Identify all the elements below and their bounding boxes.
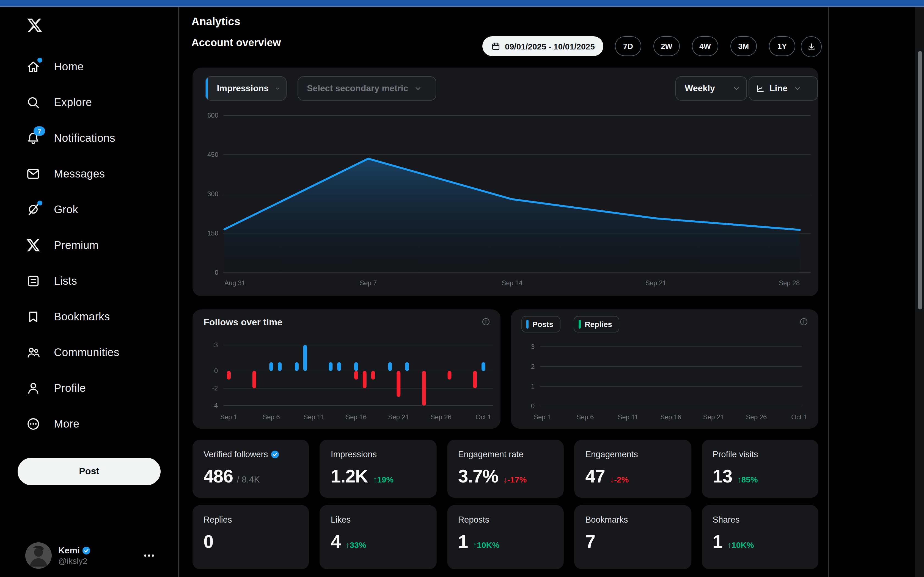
svg-text:Sep 6: Sep 6 (577, 413, 594, 421)
grok-icon (26, 202, 41, 217)
range-button-2w[interactable]: 2W (653, 36, 680, 56)
metric-card-replies: Replies0 (192, 505, 309, 569)
scrollbar-thumb[interactable] (918, 51, 922, 309)
impressions-chart-card: Impressions Select secondary metric Week… (192, 68, 818, 296)
metric-delta: ↓-2% (610, 475, 628, 484)
sidebar-item-profile[interactable]: Profile (0, 371, 178, 406)
svg-text:Sep 21: Sep 21 (645, 279, 666, 287)
svg-text:300: 300 (207, 190, 218, 198)
bookmark-icon (26, 309, 41, 324)
range-button-7d[interactable]: 7D (615, 36, 641, 56)
sidebar-item-label: Bookmarks (54, 311, 110, 323)
x-logo-icon (26, 238, 41, 253)
metric-value: 4 (331, 531, 341, 552)
user-handle: @iksly2 (58, 556, 144, 566)
svg-text:Sep 11: Sep 11 (618, 413, 638, 421)
notification-count-badge: 7 (34, 126, 45, 136)
metric-value: 7 (585, 531, 595, 552)
metric-cards-row-2: Replies0Likes4↑33%Reposts1↑10K%Bookmarks… (192, 505, 818, 569)
posts-replies-chart-card: Posts Replies 3210Sep 1Sep 6Sep 11Sep 16… (511, 309, 818, 429)
svg-text:Oct 1: Oct 1 (791, 413, 807, 421)
account-more-icon[interactable] (144, 554, 154, 557)
date-range-picker[interactable]: 09/01/2025 - 10/01/2025 (482, 36, 604, 56)
post-button[interactable]: Post (18, 458, 161, 485)
range-button-1y[interactable]: 1Y (769, 36, 795, 56)
svg-text:-4: -4 (212, 402, 218, 409)
verified-badge-icon (271, 450, 279, 459)
metric-cards-row-1: Verified followers486/ 8.4KImpressions1.… (192, 440, 818, 498)
metric-value: 0 (204, 531, 213, 552)
metric-total: / 8.4K (237, 475, 260, 485)
notification-dot (37, 58, 42, 63)
sidebar-item-label: More (54, 417, 79, 430)
posts-replies-bar-chart: 3210Sep 1Sep 6Sep 11Sep 16Sep 21Sep 26Oc… (511, 309, 818, 429)
metric-label: Shares (712, 515, 808, 525)
x-logo[interactable] (25, 16, 44, 35)
main-content: Analytics Account overview 09/01/2025 - … (178, 7, 828, 577)
metric-label: Replies (204, 515, 298, 525)
svg-text:1: 1 (531, 382, 535, 390)
range-button-3m[interactable]: 3M (730, 36, 757, 56)
avatar (25, 542, 52, 569)
svg-text:600: 600 (207, 111, 218, 119)
sidebar-item-communities[interactable]: Communities (0, 335, 178, 371)
metric-label: Bookmarks (585, 515, 680, 525)
person-icon (26, 381, 41, 396)
metric-delta: ↑10K% (727, 540, 754, 550)
follows-chart-card: Follows over time 30-2-4Sep 1Sep 6Sep 11… (192, 309, 501, 429)
sidebar-item-label: Premium (54, 239, 99, 252)
svg-text:3: 3 (214, 341, 218, 349)
page-subtitle: Account overview (191, 37, 281, 49)
metric-value: 13 (712, 466, 732, 487)
sidebar-item-label: Lists (54, 275, 77, 287)
sidebar-item-messages[interactable]: Messages (0, 156, 178, 192)
follows-bar-chart: 30-2-4Sep 1Sep 6Sep 11Sep 16Sep 21Sep 26… (192, 309, 501, 429)
sidebar-item-explore[interactable]: Explore (0, 85, 178, 120)
svg-text:Sep 16: Sep 16 (346, 413, 367, 421)
range-button-4w[interactable]: 4W (692, 36, 718, 56)
people-icon (26, 345, 41, 360)
verified-badge-icon (82, 546, 91, 555)
sidebar-item-more[interactable]: More (0, 406, 178, 442)
sidebar-item-bookmarks[interactable]: Bookmarks (0, 299, 178, 335)
metric-delta: ↑33% (346, 540, 366, 550)
top-accent-bar (0, 0, 924, 7)
sidebar-item-grok[interactable]: Grok (0, 192, 178, 227)
metric-card-verified-followers: Verified followers486/ 8.4K (192, 440, 309, 498)
svg-text:150: 150 (207, 229, 218, 237)
content-divider (828, 7, 829, 577)
metric-label: Likes (331, 515, 426, 525)
metric-card-likes: Likes4↑33% (320, 505, 437, 569)
impressions-area-chart: 6004503001500Aug 31Sep 7Sep 14Sep 21Sep … (192, 68, 818, 296)
x-analytics-page: HomeExplore7NotificationsMessagesGrokPre… (0, 0, 924, 577)
list-icon (26, 274, 41, 288)
svg-text:Sep 6: Sep 6 (263, 413, 280, 421)
metric-label: Verified followers (204, 450, 298, 459)
svg-text:3: 3 (531, 343, 535, 350)
metric-delta: ↑19% (373, 475, 394, 484)
date-range-label: 09/01/2025 - 10/01/2025 (505, 42, 595, 51)
svg-text:Sep 14: Sep 14 (502, 279, 522, 287)
metric-value: 3.7% (458, 466, 498, 487)
scrollbar-track[interactable] (915, 7, 924, 577)
metric-value: 486 (204, 466, 233, 487)
sidebar-item-label: Communities (54, 346, 120, 359)
sidebar-item-lists[interactable]: Lists (0, 263, 178, 299)
home-icon (26, 60, 41, 74)
svg-text:Sep 16: Sep 16 (660, 413, 681, 421)
sidebar-item-home[interactable]: Home (0, 49, 178, 85)
sidebar-item-notifications[interactable]: 7Notifications (0, 120, 178, 156)
metric-label: Reposts (458, 515, 553, 525)
metric-value: 1 (458, 531, 468, 552)
metric-card-impressions: Impressions1.2K↑19% (320, 440, 437, 498)
account-switcher[interactable]: Kemi @iksly2 (18, 540, 162, 571)
metric-label: Engagement rate (458, 450, 553, 459)
metric-label: Engagements (585, 450, 680, 459)
download-button[interactable] (801, 36, 822, 57)
metric-value: 47 (585, 466, 605, 487)
svg-text:Sep 11: Sep 11 (304, 413, 324, 421)
download-icon (806, 42, 816, 52)
svg-text:Aug 31: Aug 31 (225, 279, 245, 287)
bell-icon: 7 (26, 131, 41, 146)
sidebar-item-premium[interactable]: Premium (0, 227, 178, 263)
